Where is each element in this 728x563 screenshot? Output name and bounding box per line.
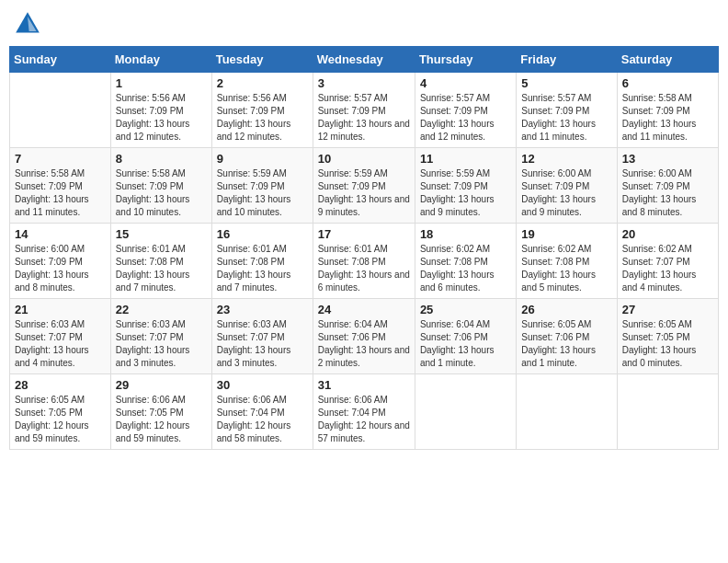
calendar-cell: [517, 374, 617, 450]
calendar-cell: 23Sunrise: 6:03 AMSunset: 7:07 PMDayligh…: [211, 299, 313, 374]
day-info: Sunrise: 5:59 AMSunset: 7:09 PMDaylight:…: [420, 167, 511, 219]
day-info: Sunrise: 5:58 AMSunset: 7:09 PMDaylight:…: [116, 167, 207, 219]
day-number: 14: [15, 227, 106, 241]
day-info: Sunrise: 6:06 AMSunset: 7:04 PMDaylight:…: [217, 394, 308, 445]
weekday-header-thursday: Thursday: [415, 47, 516, 73]
day-number: 29: [116, 378, 207, 392]
day-info: Sunrise: 6:05 AMSunset: 7:06 PMDaylight:…: [521, 318, 611, 370]
day-info: Sunrise: 5:57 AMSunset: 7:09 PMDaylight:…: [318, 92, 410, 144]
day-number: 4: [420, 76, 511, 90]
day-info: Sunrise: 6:02 AMSunset: 7:07 PMDaylight:…: [622, 243, 713, 294]
weekday-header-tuesday: Tuesday: [211, 47, 313, 73]
day-number: 12: [521, 152, 611, 166]
calendar-week-2: 7Sunrise: 5:58 AMSunset: 7:09 PMDaylight…: [10, 148, 719, 224]
weekday-header-row: SundayMondayTuesdayWednesdayThursdayFrid…: [10, 47, 719, 73]
day-number: 28: [15, 378, 106, 392]
day-info: Sunrise: 5:59 AMSunset: 7:09 PMDaylight:…: [318, 167, 410, 219]
calendar-cell: [617, 374, 718, 450]
day-number: 22: [116, 303, 207, 316]
logo: [13, 9, 46, 39]
calendar-cell: 9Sunrise: 5:59 AMSunset: 7:09 PMDaylight…: [211, 148, 313, 224]
day-info: Sunrise: 6:00 AMSunset: 7:09 PMDaylight:…: [15, 243, 106, 294]
day-number: 31: [318, 378, 410, 392]
day-info: Sunrise: 5:58 AMSunset: 7:09 PMDaylight:…: [622, 92, 713, 144]
day-number: 18: [420, 227, 511, 241]
calendar-cell: 24Sunrise: 6:04 AMSunset: 7:06 PMDayligh…: [313, 299, 415, 374]
day-number: 25: [420, 303, 511, 316]
calendar-cell: 8Sunrise: 5:58 AMSunset: 7:09 PMDaylight…: [110, 148, 211, 224]
day-info: Sunrise: 5:56 AMSunset: 7:09 PMDaylight:…: [116, 92, 207, 144]
calendar-cell: 20Sunrise: 6:02 AMSunset: 7:07 PMDayligh…: [617, 224, 718, 299]
day-number: 9: [217, 152, 308, 166]
calendar-cell: 2Sunrise: 5:56 AMSunset: 7:09 PMDaylight…: [211, 73, 313, 148]
day-number: 23: [217, 303, 308, 316]
calendar-cell: 11Sunrise: 5:59 AMSunset: 7:09 PMDayligh…: [415, 148, 516, 224]
calendar-week-3: 14Sunrise: 6:00 AMSunset: 7:09 PMDayligh…: [10, 224, 719, 299]
day-info: Sunrise: 5:58 AMSunset: 7:09 PMDaylight:…: [15, 167, 106, 219]
calendar-cell: 6Sunrise: 5:58 AMSunset: 7:09 PMDaylight…: [617, 73, 718, 148]
day-info: Sunrise: 6:00 AMSunset: 7:09 PMDaylight:…: [521, 167, 611, 219]
calendar-cell: 15Sunrise: 6:01 AMSunset: 7:08 PMDayligh…: [110, 224, 211, 299]
calendar-cell: 17Sunrise: 6:01 AMSunset: 7:08 PMDayligh…: [313, 224, 415, 299]
calendar-cell: 5Sunrise: 5:57 AMSunset: 7:09 PMDaylight…: [517, 73, 617, 148]
day-number: 6: [622, 76, 713, 90]
calendar-cell: 26Sunrise: 6:05 AMSunset: 7:06 PMDayligh…: [517, 299, 617, 374]
calendar-cell: 22Sunrise: 6:03 AMSunset: 7:07 PMDayligh…: [110, 299, 211, 374]
svg-marker-0: [16, 12, 40, 32]
day-info: Sunrise: 5:57 AMSunset: 7:09 PMDaylight:…: [420, 92, 511, 144]
day-number: 24: [318, 303, 410, 316]
weekday-header-monday: Monday: [110, 47, 211, 73]
calendar-cell: 25Sunrise: 6:04 AMSunset: 7:06 PMDayligh…: [415, 299, 516, 374]
day-number: 20: [622, 227, 713, 241]
day-info: Sunrise: 5:56 AMSunset: 7:09 PMDaylight:…: [217, 92, 308, 144]
day-info: Sunrise: 6:05 AMSunset: 7:05 PMDaylight:…: [622, 318, 713, 370]
calendar-week-1: 1Sunrise: 5:56 AMSunset: 7:09 PMDaylight…: [10, 73, 719, 148]
day-info: Sunrise: 6:02 AMSunset: 7:08 PMDaylight:…: [420, 243, 511, 294]
calendar-cell: 30Sunrise: 6:06 AMSunset: 7:04 PMDayligh…: [211, 374, 313, 450]
calendar-cell: 13Sunrise: 6:00 AMSunset: 7:09 PMDayligh…: [617, 148, 718, 224]
calendar-cell: [10, 73, 111, 148]
day-info: Sunrise: 6:06 AMSunset: 7:05 PMDaylight:…: [116, 394, 207, 445]
day-number: 26: [521, 303, 611, 316]
calendar-cell: 16Sunrise: 6:01 AMSunset: 7:08 PMDayligh…: [211, 224, 313, 299]
calendar-cell: 31Sunrise: 6:06 AMSunset: 7:04 PMDayligh…: [313, 374, 415, 450]
calendar-cell: 28Sunrise: 6:05 AMSunset: 7:05 PMDayligh…: [10, 374, 111, 450]
day-info: Sunrise: 6:06 AMSunset: 7:04 PMDaylight:…: [318, 394, 410, 445]
day-number: 13: [622, 152, 713, 166]
calendar-cell: [415, 374, 516, 450]
day-info: Sunrise: 6:01 AMSunset: 7:08 PMDaylight:…: [318, 243, 410, 294]
day-info: Sunrise: 6:03 AMSunset: 7:07 PMDaylight:…: [217, 318, 308, 370]
day-number: 8: [116, 152, 207, 166]
day-number: 21: [15, 303, 106, 316]
day-info: Sunrise: 5:59 AMSunset: 7:09 PMDaylight:…: [217, 167, 308, 219]
calendar-cell: 29Sunrise: 6:06 AMSunset: 7:05 PMDayligh…: [110, 374, 211, 450]
day-number: 3: [318, 76, 410, 90]
day-info: Sunrise: 6:04 AMSunset: 7:06 PMDaylight:…: [420, 318, 511, 370]
day-info: Sunrise: 5:57 AMSunset: 7:09 PMDaylight:…: [521, 92, 611, 144]
calendar-cell: 21Sunrise: 6:03 AMSunset: 7:07 PMDayligh…: [10, 299, 111, 374]
day-info: Sunrise: 6:01 AMSunset: 7:08 PMDaylight:…: [217, 243, 308, 294]
calendar-cell: 12Sunrise: 6:00 AMSunset: 7:09 PMDayligh…: [517, 148, 617, 224]
day-info: Sunrise: 6:03 AMSunset: 7:07 PMDaylight:…: [15, 318, 106, 370]
day-number: 16: [217, 227, 308, 241]
page-header: [9, 9, 719, 39]
calendar-cell: 1Sunrise: 5:56 AMSunset: 7:09 PMDaylight…: [110, 73, 211, 148]
logo-icon: [13, 9, 42, 39]
weekday-header-friday: Friday: [517, 47, 617, 73]
day-info: Sunrise: 6:02 AMSunset: 7:08 PMDaylight:…: [521, 243, 611, 294]
day-info: Sunrise: 6:05 AMSunset: 7:05 PMDaylight:…: [15, 394, 106, 445]
calendar-cell: 18Sunrise: 6:02 AMSunset: 7:08 PMDayligh…: [415, 224, 516, 299]
day-number: 27: [622, 303, 713, 316]
weekday-header-wednesday: Wednesday: [313, 47, 415, 73]
day-info: Sunrise: 6:03 AMSunset: 7:07 PMDaylight:…: [116, 318, 207, 370]
calendar-cell: 10Sunrise: 5:59 AMSunset: 7:09 PMDayligh…: [313, 148, 415, 224]
day-number: 15: [116, 227, 207, 241]
day-info: Sunrise: 6:01 AMSunset: 7:08 PMDaylight:…: [116, 243, 207, 294]
calendar-cell: 19Sunrise: 6:02 AMSunset: 7:08 PMDayligh…: [517, 224, 617, 299]
calendar-cell: 3Sunrise: 5:57 AMSunset: 7:09 PMDaylight…: [313, 73, 415, 148]
day-number: 7: [15, 152, 106, 166]
day-number: 17: [318, 227, 410, 241]
calendar-week-5: 28Sunrise: 6:05 AMSunset: 7:05 PMDayligh…: [10, 374, 719, 450]
calendar-cell: 14Sunrise: 6:00 AMSunset: 7:09 PMDayligh…: [10, 224, 111, 299]
calendar-cell: 7Sunrise: 5:58 AMSunset: 7:09 PMDaylight…: [10, 148, 111, 224]
